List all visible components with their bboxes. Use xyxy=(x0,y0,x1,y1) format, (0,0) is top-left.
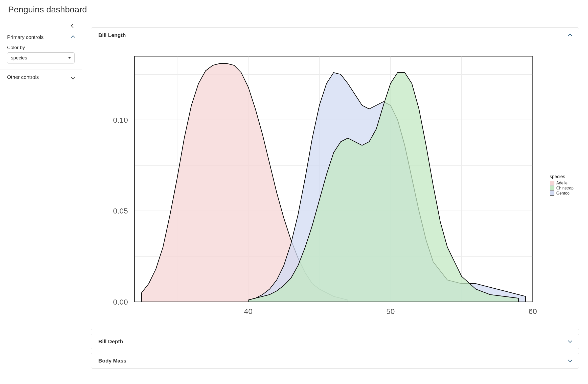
chevron-down-icon xyxy=(71,75,75,79)
card-title: Bill Length xyxy=(98,32,126,38)
legend-title: species xyxy=(550,174,574,179)
card-bill-length: Bill Length 4050600.000.050.10 species A… xyxy=(91,27,579,330)
legend-item-chinstrap: Chinstrap xyxy=(550,186,574,190)
svg-text:0.00: 0.00 xyxy=(113,298,128,306)
sidebar-section-other-controls: Other controls xyxy=(0,70,82,85)
main-content: Bill Length 4050600.000.050.10 species A… xyxy=(82,20,588,384)
card-body-mass: Body Mass xyxy=(91,353,579,369)
legend-swatch xyxy=(550,191,554,196)
sidebar-section-body: Color by species xyxy=(0,45,82,70)
svg-text:60: 60 xyxy=(529,307,537,315)
sidebar: Primary controls Color by species Other … xyxy=(0,20,82,384)
legend-label: Chinstrap xyxy=(556,186,574,190)
card-title: Body Mass xyxy=(98,358,126,364)
sidebar-section-primary-controls: Primary controls Color by species xyxy=(0,30,82,70)
color-by-value: species xyxy=(11,55,27,61)
legend-item-adelie: Adelie xyxy=(550,181,574,185)
card-header-bill-length[interactable]: Bill Length xyxy=(91,28,579,43)
density-plot: 4050600.000.050.10 xyxy=(96,45,544,325)
sidebar-section-title: Primary controls xyxy=(7,34,43,40)
svg-text:40: 40 xyxy=(244,307,253,315)
svg-text:50: 50 xyxy=(386,307,395,315)
sidebar-section-header-other-controls[interactable]: Other controls xyxy=(0,70,82,85)
chevron-left-icon xyxy=(71,24,75,28)
legend-swatch xyxy=(550,181,554,185)
color-by-select[interactable]: species xyxy=(7,52,75,63)
chevron-down-icon xyxy=(568,358,572,362)
chevron-up-icon xyxy=(71,35,75,39)
color-by-label: Color by xyxy=(7,45,75,50)
legend-item-gentoo: Gentoo xyxy=(550,191,574,196)
sidebar-section-header-primary-controls[interactable]: Primary controls xyxy=(0,30,82,45)
plot-legend: species Adelie Chinstrap Gentoo xyxy=(544,174,574,196)
svg-text:0.05: 0.05 xyxy=(113,207,128,215)
card-header-body-mass[interactable]: Body Mass xyxy=(91,353,579,368)
svg-text:0.10: 0.10 xyxy=(113,116,128,124)
sidebar-collapse-button[interactable] xyxy=(0,20,82,30)
card-bill-depth: Bill Depth xyxy=(91,334,579,349)
chevron-down-icon xyxy=(568,338,572,343)
legend-swatch xyxy=(550,186,554,190)
legend-label: Gentoo xyxy=(556,191,570,196)
card-body-bill-length: 4050600.000.050.10 species Adelie Chinst… xyxy=(91,43,579,330)
card-header-bill-depth[interactable]: Bill Depth xyxy=(91,334,579,349)
caret-down-icon xyxy=(68,57,71,59)
chevron-up-icon xyxy=(568,34,572,38)
page-title: Penguins dashboard xyxy=(8,5,580,14)
card-title: Bill Depth xyxy=(98,338,123,345)
legend-label: Adelie xyxy=(556,181,568,185)
app-header: Penguins dashboard xyxy=(0,0,588,20)
sidebar-section-title: Other controls xyxy=(7,74,39,80)
